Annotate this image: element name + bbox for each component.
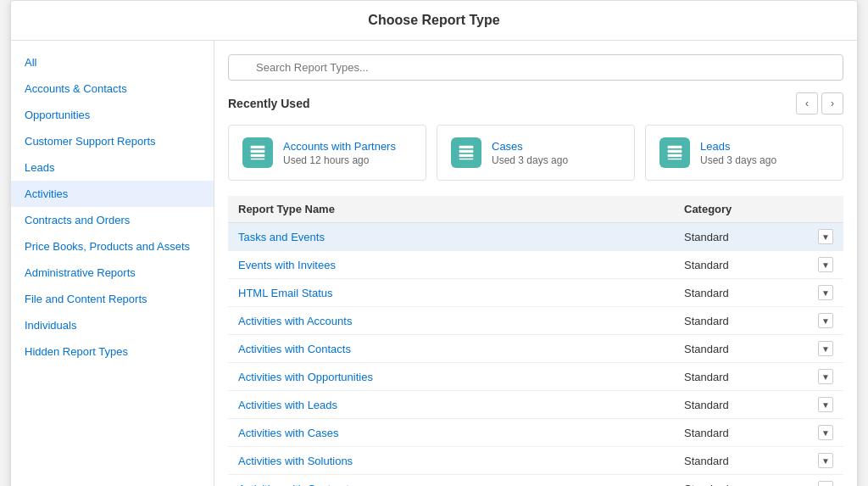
- card-subtitle-accounts-partners: Used 12 hours ago: [283, 154, 396, 166]
- dropdown-arrow[interactable]: ▼: [818, 285, 833, 300]
- table-row: Events with InviteesStandard▼: [228, 251, 843, 279]
- table-cell-name[interactable]: Activities with Solutions: [228, 447, 674, 475]
- dropdown-arrow[interactable]: ▼: [818, 229, 833, 244]
- svg-rect-10: [668, 154, 682, 157]
- modal: Choose Report Type AllAccounts & Contact…: [10, 0, 858, 486]
- sidebar-item-opportunities[interactable]: Opportunities: [11, 102, 214, 128]
- recently-used-title: Recently Used: [228, 97, 309, 110]
- modal-body: AllAccounts & ContactsOpportunitiesCusto…: [11, 41, 857, 486]
- sidebar-item-price-books[interactable]: Price Books, Products and Assets: [11, 233, 214, 260]
- table-icon-cases: [458, 144, 475, 161]
- card-icon-leads: [659, 137, 690, 168]
- card-info-accounts-partners: Accounts with Partners Used 12 hours ago: [283, 140, 396, 166]
- report-table: Report Type Name Category Tasks and Even…: [228, 196, 843, 486]
- prev-arrow-button[interactable]: ‹: [796, 92, 818, 115]
- search-wrapper: 🔍: [228, 54, 843, 81]
- table-cell-category: Standard▼: [674, 363, 843, 391]
- card-info-leads: Leads Used 3 days ago: [700, 140, 776, 166]
- dropdown-arrow[interactable]: ▼: [818, 369, 833, 384]
- table-cell-category: Standard▼: [674, 335, 843, 363]
- nav-arrows: ‹ ›: [796, 92, 843, 115]
- dropdown-arrow[interactable]: ▼: [818, 397, 833, 412]
- card-subtitle-cases: Used 3 days ago: [492, 154, 568, 166]
- dropdown-arrow[interactable]: ▼: [818, 425, 833, 440]
- table-cell-category: Standard▼: [674, 307, 843, 335]
- svg-rect-4: [459, 146, 474, 148]
- table-row: Activities with ContactsStandard▼: [228, 335, 843, 363]
- table-row: Activities with SolutionsStandard▼: [228, 447, 843, 475]
- card-icon-cases: [451, 137, 481, 168]
- search-input[interactable]: [228, 54, 843, 81]
- svg-rect-8: [668, 146, 682, 148]
- card-subtitle-leads: Used 3 days ago: [700, 154, 776, 166]
- sidebar-item-leads[interactable]: Leads: [11, 154, 214, 181]
- table-cell-category: Standard▼: [674, 251, 843, 279]
- dropdown-arrow[interactable]: ▼: [818, 341, 833, 356]
- svg-rect-1: [251, 150, 265, 153]
- card-icon-accounts-partners: [242, 137, 273, 168]
- table-cell-category: Standard▼: [674, 475, 843, 487]
- table-body: Tasks and EventsStandard▼Events with Inv…: [228, 223, 843, 487]
- dropdown-arrow[interactable]: ▼: [818, 313, 833, 328]
- dropdown-arrow[interactable]: ▼: [818, 453, 833, 468]
- recent-card-cases[interactable]: Cases Used 3 days ago: [437, 125, 635, 181]
- table-cell-name[interactable]: Activities with Leads: [228, 391, 674, 419]
- table-cell-name[interactable]: HTML Email Status: [228, 279, 674, 307]
- sidebar-item-activities[interactable]: Activities: [11, 181, 214, 207]
- table-cell-category: Standard▼: [674, 419, 843, 447]
- table-cell-category: Standard▼: [674, 279, 843, 307]
- svg-rect-0: [251, 146, 265, 148]
- table-section: Report Type Name Category Tasks and Even…: [228, 196, 843, 486]
- svg-rect-9: [668, 150, 682, 153]
- sidebar-item-hidden[interactable]: Hidden Report Types: [11, 338, 214, 365]
- sidebar-item-contracts-orders[interactable]: Contracts and Orders: [11, 207, 214, 233]
- recent-card-leads[interactable]: Leads Used 3 days ago: [645, 125, 843, 181]
- svg-rect-2: [251, 154, 265, 157]
- sidebar-item-accounts-contacts[interactable]: Accounts & Contacts: [11, 75, 214, 102]
- table-icon: [249, 144, 266, 161]
- table-row: Activities with CasesStandard▼: [228, 419, 843, 447]
- table-cell-name[interactable]: Activities with Contacts: [228, 335, 674, 363]
- table-cell-name[interactable]: Activities with Cases: [228, 419, 674, 447]
- table-cell-category: Standard▼: [674, 223, 843, 251]
- sidebar-item-administrative[interactable]: Administrative Reports: [11, 260, 214, 286]
- svg-rect-11: [668, 159, 682, 160]
- svg-rect-3: [251, 159, 265, 160]
- table-cell-name[interactable]: Tasks and Events: [228, 223, 674, 251]
- sidebar: AllAccounts & ContactsOpportunitiesCusto…: [11, 41, 214, 486]
- recent-cards: Accounts with Partners Used 12 hours ago…: [228, 125, 843, 181]
- col-header-category: Category: [674, 196, 843, 223]
- table-header: Report Type Name Category: [228, 196, 843, 223]
- table-row: Activities with LeadsStandard▼: [228, 391, 843, 419]
- sidebar-item-customer-support[interactable]: Customer Support Reports: [11, 128, 214, 154]
- table-row: Tasks and EventsStandard▼: [228, 223, 843, 251]
- dropdown-arrow[interactable]: ▼: [818, 481, 833, 486]
- next-arrow-button[interactable]: ›: [821, 92, 843, 115]
- sidebar-item-individuals[interactable]: Individuals: [11, 312, 214, 338]
- svg-rect-6: [459, 154, 474, 157]
- table-row: Activities with OpportunitiesStandard▼: [228, 363, 843, 391]
- card-title-cases: Cases: [492, 140, 568, 153]
- main-content: 🔍 Recently Used ‹ › Accounts with: [214, 41, 857, 486]
- recently-used-header: Recently Used ‹ ›: [228, 92, 843, 115]
- svg-rect-5: [459, 150, 474, 153]
- table-cell-name[interactable]: Activities with Contracts: [228, 475, 674, 487]
- table-row: HTML Email StatusStandard▼: [228, 279, 843, 307]
- card-title-leads: Leads: [700, 140, 776, 153]
- card-title-accounts-partners: Accounts with Partners: [283, 140, 396, 153]
- table-row: Activities with AccountsStandard▼: [228, 307, 843, 335]
- sidebar-item-file-content[interactable]: File and Content Reports: [11, 286, 214, 312]
- modal-title: Choose Report Type: [11, 1, 857, 41]
- table-icon-leads: [666, 144, 683, 161]
- table-cell-category: Standard▼: [674, 391, 843, 419]
- table-row: Activities with ContractsStandard▼: [228, 475, 843, 487]
- table-cell-name[interactable]: Activities with Opportunities: [228, 363, 674, 391]
- table-cell-category: Standard▼: [674, 447, 843, 475]
- recent-card-accounts-partners[interactable]: Accounts with Partners Used 12 hours ago: [228, 125, 426, 181]
- sidebar-item-all[interactable]: All: [11, 49, 214, 75]
- svg-rect-7: [459, 159, 474, 160]
- card-info-cases: Cases Used 3 days ago: [492, 140, 568, 166]
- dropdown-arrow[interactable]: ▼: [818, 257, 833, 272]
- table-cell-name[interactable]: Events with Invitees: [228, 251, 674, 279]
- table-cell-name[interactable]: Activities with Accounts: [228, 307, 674, 335]
